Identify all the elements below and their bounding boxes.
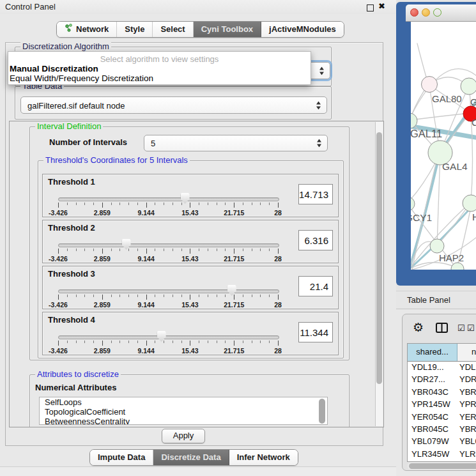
table-header-row: shared... name: [408, 344, 476, 362]
tick-mark: [225, 203, 226, 205]
table-row[interactable]: YBL079WYBL0: [408, 435, 476, 447]
table-row[interactable]: YDR27...YDR2: [408, 373, 476, 385]
columns-icon[interactable]: [436, 323, 448, 335]
numerical-attributes-list[interactable]: SelfLoopsTopologicalCoefficientBetweenne…: [39, 397, 328, 425]
network-view-window[interactable]: GAL80GACGAL11GAL4GCY1HHAP2: [396, 2, 476, 286]
tick-label: 15.43: [181, 209, 198, 217]
tick-mark: [278, 249, 279, 254]
threshold-value-field[interactable]: 14.713: [298, 184, 333, 204]
attribute-list-item[interactable]: SelfLoops: [40, 397, 327, 407]
network-edge[interactable]: [411, 113, 470, 120]
tab-label: Select: [160, 22, 185, 37]
tick-label: -3.426: [49, 301, 68, 309]
tick-mark: [155, 249, 155, 251]
thresholds-group-title: Threshold's Coordinates for 5 Intervals: [43, 156, 190, 165]
float-window-icon[interactable]: [367, 4, 374, 12]
threshold-value-field[interactable]: 11.344: [298, 322, 333, 342]
tab-impute-data[interactable]: Impute Data: [90, 450, 153, 465]
tick-mark: [67, 341, 68, 343]
tick-mark: [137, 249, 138, 251]
attribute-list-item[interactable]: BetweennessCentrality: [40, 417, 327, 425]
tick-mark: [93, 203, 94, 205]
tab-network[interactable]: Network: [57, 22, 117, 37]
tab-infer-network[interactable]: Infer Network: [229, 450, 298, 465]
tab-discretize-data[interactable]: Discretize Data: [153, 450, 229, 465]
cell-name: YPR1: [459, 398, 476, 410]
table-panel-title: Table Panel: [407, 295, 450, 305]
scrollbar-track[interactable]: [375, 122, 383, 426]
network-node-label: H: [472, 211, 476, 222]
zoom-traffic-light-icon[interactable]: [433, 8, 441, 17]
tick-mark: [269, 203, 270, 205]
gear-icon[interactable]: ⚙: [413, 321, 424, 334]
table-data-combo[interactable]: galFiltered.sif default node: [20, 96, 327, 114]
tick-mark: [146, 249, 147, 254]
table-panel-header[interactable]: Table Panel: [396, 291, 476, 309]
close-traffic-light-icon[interactable]: [410, 8, 418, 17]
apply-button[interactable]: Apply: [162, 429, 205, 443]
tab-style[interactable]: Style: [117, 22, 153, 37]
scrollbar-thumb[interactable]: [376, 132, 382, 384]
hscrollbar-thumb[interactable]: [409, 463, 476, 469]
network-node-hap2-node[interactable]: [430, 239, 444, 253]
tick-label: 28: [274, 255, 282, 263]
tab-label: Style: [125, 22, 144, 37]
number-of-intervals-combo[interactable]: 5: [144, 135, 328, 151]
tick-label: -3.426: [49, 255, 68, 263]
slider-track[interactable]: [58, 335, 279, 339]
close-icon[interactable]: ✖: [378, 1, 385, 11]
network-icon: [65, 22, 73, 37]
network-edge[interactable]: [411, 263, 457, 268]
tick-mark: [111, 249, 112, 251]
threshold-panel: Threshold 2-3.4262.8599.14415.4321.71528…: [42, 220, 339, 263]
table-row[interactable]: YIL052CYIL0: [408, 460, 476, 462]
network-node-h-node[interactable]: [463, 195, 476, 211]
network-node-gcy1-node[interactable]: [411, 197, 415, 211]
slider-track[interactable]: [58, 243, 279, 247]
tick-mark: [252, 341, 252, 343]
minimize-traffic-light-icon[interactable]: [422, 8, 430, 17]
table-row[interactable]: YER054CYER0: [408, 411, 476, 423]
network-canvas[interactable]: GAL80GACGAL11GAL4GCY1HHAP2: [411, 22, 476, 270]
tick-mark: [199, 249, 199, 251]
slider-track[interactable]: [58, 289, 279, 293]
tab-select[interactable]: Select: [153, 22, 193, 37]
tick-mark: [173, 249, 173, 251]
tick-mark: [76, 341, 77, 343]
tick-mark: [181, 203, 182, 205]
control-panel-titlebar[interactable]: Control Panel ✖: [0, 0, 396, 14]
attribute-list-item[interactable]: TopologicalCoefficient: [40, 407, 327, 417]
list-scrollbar-thumb[interactable]: [319, 399, 325, 424]
network-window-titlebar[interactable]: [406, 4, 476, 22]
checkbox-icon[interactable]: ☑: [457, 324, 465, 332]
column-header-shared-name[interactable]: shared...: [408, 344, 457, 361]
cell-name: YBR0: [459, 386, 476, 398]
tick-label: 15.43: [181, 301, 198, 309]
cell-shared-name: YBR043C: [411, 386, 456, 398]
tab-cyni-toolbox[interactable]: Cyni Toolbox: [194, 22, 261, 37]
algorithm-option-equal-width[interactable]: Equal Width/Frequency Discretization: [10, 73, 153, 83]
threshold-value-field[interactable]: 6.316: [298, 230, 333, 250]
column-header-name[interactable]: name: [457, 344, 476, 361]
tick-label: -3.426: [49, 347, 68, 355]
algorithm-option-manual[interactable]: Manual Discretization: [10, 64, 98, 73]
tick-mark: [278, 203, 279, 208]
table-row[interactable]: YPR145WYPR1: [408, 398, 476, 410]
tab-jactivemnodules[interactable]: jActiveMNodules: [261, 22, 344, 37]
tick-mark: [269, 249, 270, 251]
network-node-pink-node[interactable]: [422, 77, 438, 93]
tick-mark: [269, 341, 270, 343]
network-node-label: GCY1: [411, 212, 432, 223]
table-row[interactable]: YLR345WYLR3: [408, 448, 476, 460]
network-node-green-node-topright[interactable]: [461, 78, 476, 95]
table-row[interactable]: YDL19...YDL1: [408, 361, 476, 373]
checkbox-icon[interactable]: ☑: [467, 324, 475, 332]
threshold-panel: Threshold 1-3.4262.8599.14415.4321.71528…: [42, 174, 339, 217]
tick-label: 15.43: [181, 255, 198, 263]
table-row[interactable]: YBR043CYBR0: [408, 386, 476, 398]
tick-label: 15.43: [181, 347, 198, 355]
slider-track[interactable]: [58, 197, 279, 201]
threshold-value-field[interactable]: 21.4: [298, 276, 333, 296]
table-row[interactable]: YBR045CYBR0: [408, 423, 476, 435]
number-of-intervals-label: Number of Intervals: [49, 137, 127, 147]
